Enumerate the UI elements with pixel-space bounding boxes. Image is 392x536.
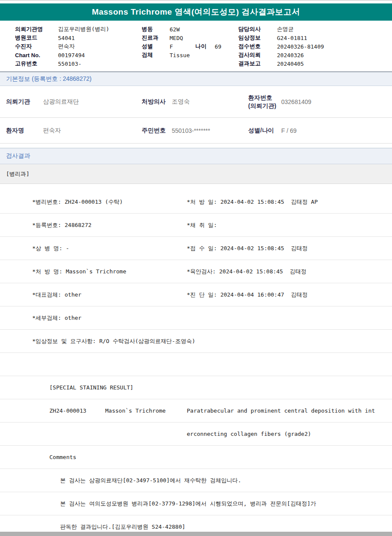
field-label: 고유번호 (15, 60, 58, 67)
bottom-scroll-strip (0, 532, 392, 536)
field-value: 54041 (58, 35, 75, 41)
result-field-right: *채 취 일: (187, 221, 392, 229)
result-row: *대표검체: other *진 단 일: 2024-04-04 16:00:47… (0, 283, 392, 306)
header-field: 결과보고 20240405 (238, 59, 392, 68)
result-finding-text: Paratrabecular and prominent central dep… (187, 407, 392, 414)
field-label: 나이 (195, 43, 215, 50)
field-label: 결과보고 (238, 60, 277, 67)
field-value: 편숙자 (43, 127, 142, 135)
field-value: 032681409 (281, 98, 392, 105)
result-comment-line: 본 검사는 여의도성모병원 병리과[02-3779-1298]에서 시행되었으며… (60, 500, 316, 508)
field-label: 의뢰기관 (6, 98, 43, 106)
header-field: 고유번호 550103- (15, 59, 142, 68)
field-label: 임상정보 (238, 34, 277, 42)
result-comments-heading: Comments (49, 454, 76, 460)
result-field-right: *처 방 일: 2024-04-02 15:08:45 김태정 AP (187, 198, 392, 206)
field-label: 수진자 (15, 43, 58, 50)
field-value: 20240326-81409 (277, 43, 324, 50)
lab-report-page: Massons Trichrome 염색(여의도성모) 검사결과보고서 의뢰기관… (0, 0, 392, 536)
result-row: erconnecting collagen fibers (grade2) (0, 423, 392, 446)
field-label: Chart No. (15, 52, 58, 58)
field-value: F / 69 (281, 127, 392, 134)
basic-info-row: 환자명 편숙자 주민번호 550103-******* 성별/나이 F / 69 (0, 118, 392, 144)
field-value: MEDQ (170, 35, 183, 41)
result-row: *상 병 명: - *접 수 일: 2024-04-02 15:08:45 김태… (0, 237, 392, 260)
field-label: 의뢰기관명 (15, 25, 58, 33)
result-row: *병리번호: ZH24-000013 (수탁) *처 방 일: 2024-04-… (0, 190, 392, 214)
header-field: Chart No. 00197494 (15, 51, 142, 59)
field-value: 조영숙 (172, 98, 248, 106)
field-value: 20240326 (277, 52, 304, 58)
result-field-right: *육안검사: 2024-04-02 15:08:45 김태정 (187, 268, 392, 276)
header-col-right: 담당의사 손명균 임상정보 G24-01811 접수번호 20240326-81… (238, 25, 392, 68)
field-label: 병원코드 (15, 34, 58, 42)
department-row: [병리과] (0, 164, 392, 184)
result-row: [SPECIAL STAINING RESULT] (0, 376, 392, 399)
field-label: 검체 (142, 51, 170, 59)
result-field-left: *대표검체: other (32, 291, 187, 299)
result-finding-text: erconnecting collagen fibers (grade2) (187, 431, 311, 437)
result-stain-name: Masson`s Trichrome (105, 407, 187, 414)
header-field: 병원코드 54041 (15, 34, 142, 42)
results-section-title: 검사결과 (6, 152, 30, 160)
result-row: *세부검체: other (0, 306, 392, 330)
field-label: 접수번호 (238, 43, 277, 50)
field-value: 00197494 (58, 52, 85, 58)
header-field: 병동 62W (142, 25, 238, 34)
results-section-header: 검사결과 (0, 148, 392, 164)
field-label: 주민번호 (142, 127, 172, 135)
field-label: 성별/나이 (248, 127, 281, 135)
field-label: 진료과 (142, 34, 170, 42)
field-label: 환자번호 (의뢰기관) (248, 94, 281, 109)
basic-info-section-header: 기본정보 (등록번호 : 24868272) (0, 72, 392, 86)
result-row: 본 검사는 여의도성모병원 병리과[02-3779-1298]에서 시행되었으며… (0, 492, 392, 515)
result-row-empty (0, 353, 392, 376)
top-border (0, 0, 392, 1)
department-label: [병리과] (6, 170, 30, 178)
field-label: 담당의사 (238, 25, 277, 33)
result-field-left: *처 방 명: Masson`s Trichrome (32, 268, 187, 276)
header-field: 검체 Tissue (142, 51, 238, 59)
result-clinical-info: *임상정보 및 요구사항: R/O 수탁검사(삼광의료재단-조영숙) (32, 337, 195, 345)
result-field-left: *상 병 명: - (32, 245, 187, 252)
result-field-left: *병리번호: ZH24-000013 (수탁) (32, 198, 187, 206)
result-comment-line: 판독한 결과입니다.[김포우리병원 S24-42880] (60, 523, 185, 531)
result-row: *처 방 명: Masson`s Trichrome *육안검사: 2024-0… (0, 260, 392, 283)
field-value: 550103- (58, 61, 82, 67)
field-value: 손명균 (277, 25, 294, 33)
report-title: Massons Trichrome 염색(여의도성모) 검사결과보고서 (92, 6, 300, 18)
header-field: 접수번호 20240326-81409 (238, 42, 392, 51)
field-label: 병동 (142, 25, 170, 33)
field-value: Tissue (170, 52, 190, 58)
spacer (0, 184, 392, 190)
report-title-banner: Massons Trichrome 염색(여의도성모) 검사결과보고서 (0, 3, 392, 21)
result-row: ZH24-000013 Masson`s Trichrome Paratrabe… (0, 399, 392, 423)
basic-info-row: 의뢰기관 삼광의료재단 처방의사 조영숙 환자번호 (의뢰기관) 0326814… (0, 86, 392, 118)
field-value: 20240405 (277, 61, 304, 67)
header-col-middle: 병동 62W 진료과 MEDQ 성별 F 나이 69 검체 Tissue (142, 25, 238, 68)
report-header-info: 의뢰기관명 김포우리병원(병리) 병원코드 54041 수진자 편숙자 Char… (0, 21, 392, 71)
result-row: Comments (0, 446, 392, 469)
header-field: 의뢰기관명 김포우리병원(병리) (15, 25, 142, 34)
field-value: 62W (170, 26, 179, 33)
header-field-sex-age: 성별 F 나이 69 (142, 42, 238, 51)
field-value: 김포우리병원(병리) (58, 25, 109, 33)
result-field-right: *접 수 일: 2024-04-02 15:08:45 김태정 (187, 245, 392, 252)
result-row: *등록번호: 24868272 *채 취 일: (0, 214, 392, 237)
field-value: 550103-******* (172, 127, 248, 134)
result-specimen-id: ZH24-000013 (49, 407, 105, 414)
field-value: 삼광의료재단 (43, 98, 142, 106)
header-field: 임상정보 G24-01811 (238, 34, 392, 42)
field-label: 검사의뢰 (238, 51, 277, 59)
field-value: 편숙자 (58, 43, 75, 50)
header-field: 진료과 MEDQ (142, 34, 238, 42)
field-value: 69 (215, 43, 222, 50)
header-col-left: 의뢰기관명 김포우리병원(병리) 병원코드 54041 수진자 편숙자 Char… (15, 25, 142, 68)
field-label: 성별 (142, 43, 170, 50)
result-section-heading: [SPECIAL STAINING RESULT] (49, 384, 134, 391)
header-field: 수진자 편숙자 (15, 42, 142, 51)
result-field-right: *진 단 일: 2024-04-04 16:00:47 김태정 (187, 291, 392, 299)
result-row: 본 검사는 삼광의료재단[02-3497-5100]에서 재수탁한 검체입니다. (0, 469, 392, 492)
field-label: 처방의사 (142, 98, 172, 106)
result-row: *임상정보 및 요구사항: R/O 수탁검사(삼광의료재단-조영숙) (0, 330, 392, 353)
